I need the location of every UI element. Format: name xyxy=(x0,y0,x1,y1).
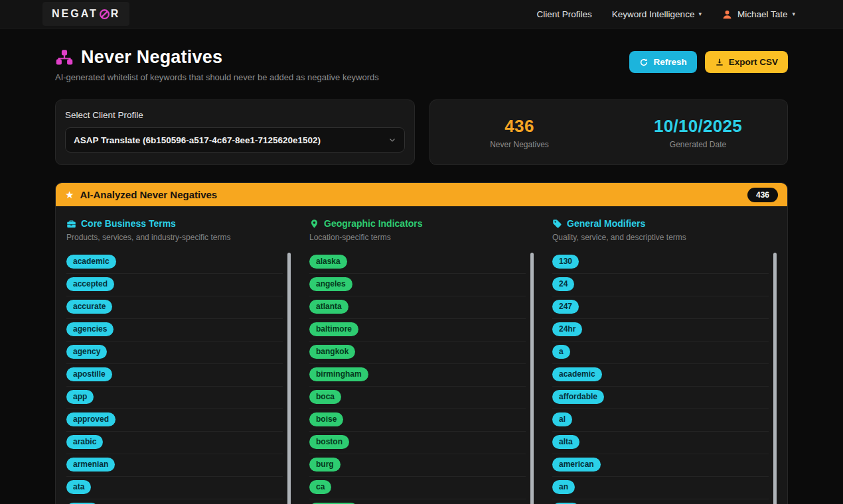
term-row: accepted xyxy=(66,274,283,296)
stat-label: Never Negatives xyxy=(430,140,609,149)
page-subtitle: AI-generated whitelist of keywords that … xyxy=(55,72,379,82)
refresh-icon xyxy=(639,58,649,67)
term-pill: alaska xyxy=(309,255,347,269)
star-icon: ★ xyxy=(65,190,74,200)
stat-never-negatives: 436 Never Negatives xyxy=(430,116,609,149)
term-pill: burg xyxy=(309,458,341,472)
panel-title: AI-Analyzed Never Negatives xyxy=(80,189,217,200)
client-profile-card: Select Client Profile ASAP Translate (6b… xyxy=(55,99,415,165)
term-pill: ca xyxy=(309,480,331,494)
term-pill: boston xyxy=(309,435,349,449)
term-pill: arabic xyxy=(66,435,103,449)
panel-body: Core Business Terms Products, services, … xyxy=(56,206,787,504)
term-row: approved xyxy=(66,409,283,432)
term-row: academic xyxy=(66,251,283,274)
term-row: al xyxy=(552,409,769,432)
term-row: bangkok xyxy=(309,342,526,364)
term-list: 1302424724hraacademicaffordablealaltaame… xyxy=(552,251,769,504)
term-row: apostille xyxy=(66,364,283,387)
page-content: Never Negatives AI-generated whitelist o… xyxy=(55,29,788,504)
nav-item-label: Client Profiles xyxy=(537,9,592,19)
term-pill: agency xyxy=(66,345,107,359)
term-pill: ata xyxy=(66,480,91,494)
stat-generated-date: 10/10/2025 Generated Date xyxy=(609,116,787,149)
column-header: Geographic Indicators xyxy=(309,218,534,229)
term-pill: approved xyxy=(66,412,115,426)
term-pill: 247 xyxy=(552,300,579,314)
user-avatar-icon xyxy=(722,9,733,20)
never-negatives-panel: ★ AI-Analyzed Never Negatives 436 Core B… xyxy=(55,182,788,504)
term-pill: atlanta xyxy=(309,300,348,314)
term-pill: baltimore xyxy=(309,322,358,336)
term-pill: 130 xyxy=(552,255,579,269)
term-row: bank xyxy=(66,499,283,504)
column-title: General Modifiers xyxy=(567,218,645,229)
term-row: and xyxy=(552,499,769,504)
stat-value: 10/10/2025 xyxy=(609,116,787,137)
export-csv-label: Export CSV xyxy=(729,57,778,67)
term-row: 24hr xyxy=(552,319,769,342)
term-row: 24 xyxy=(552,274,769,296)
term-pill: alta xyxy=(552,435,579,449)
term-pill: a xyxy=(552,345,570,359)
brand-logo[interactable]: NEGAT R xyxy=(42,2,129,26)
page-title-block: Never Negatives AI-generated whitelist o… xyxy=(55,47,379,82)
term-row: ata xyxy=(66,477,283,499)
scrollbar-thumb[interactable] xyxy=(530,253,534,504)
term-row: birmingham xyxy=(309,364,526,387)
term-list: alaskaangelesatlantabaltimorebangkokbirm… xyxy=(309,251,526,504)
term-row: alta xyxy=(552,432,769,454)
term-pill: birmingham xyxy=(309,367,368,381)
term-row: an xyxy=(552,477,769,499)
term-pill: bangkok xyxy=(309,345,355,359)
chevron-down-icon xyxy=(388,136,396,144)
page-header: Never Negatives AI-generated whitelist o… xyxy=(55,47,788,82)
term-list-wrap: academicacceptedaccurateagenciesagencyap… xyxy=(66,251,291,504)
term-pill: agencies xyxy=(66,322,114,336)
nav-item-label: Keyword Intelligence xyxy=(612,9,695,19)
nav-item-keyword-intelligence[interactable]: Keyword Intelligence ▾ xyxy=(612,9,702,19)
user-menu[interactable]: Michael Tate ▾ xyxy=(722,9,795,20)
term-pill: american xyxy=(552,458,601,472)
scrollbar-thumb[interactable] xyxy=(287,253,291,504)
term-pill: accepted xyxy=(66,277,114,291)
export-csv-button[interactable]: Export CSV xyxy=(705,51,788,73)
term-row: atlanta xyxy=(309,296,526,319)
term-row: 130 xyxy=(552,251,769,274)
term-row: agency xyxy=(66,342,283,364)
term-pill: accurate xyxy=(66,300,112,314)
count-badge: 436 xyxy=(747,188,778,202)
term-pill: boca xyxy=(309,390,341,404)
term-pill: apostille xyxy=(66,367,112,381)
nav-item-client-profiles[interactable]: Client Profiles xyxy=(537,9,592,19)
scrollbar-thumb[interactable] xyxy=(773,253,777,504)
term-pill: academic xyxy=(66,255,116,269)
stats-card: 436 Never Negatives 10/10/2025 Generated… xyxy=(429,99,788,165)
column-subtitle: Quality, service, and descriptive terms xyxy=(552,233,777,242)
header-actions: Refresh Export CSV xyxy=(629,51,788,73)
client-profile-select[interactable]: ASAP Translate (6b150596-a517-4c67-8ee1-… xyxy=(65,127,405,153)
term-row: ca xyxy=(309,477,526,499)
top-navbar: NEGAT R Client Profiles Keyword Intellig… xyxy=(0,0,843,29)
chevron-down-icon: ▾ xyxy=(792,11,795,17)
summary-row: Select Client Profile ASAP Translate (6b… xyxy=(55,99,788,165)
term-row: alaska xyxy=(309,251,526,274)
term-row: boston xyxy=(309,432,526,454)
download-icon xyxy=(715,58,724,67)
brand-text-pre: NEGAT xyxy=(52,8,98,20)
client-profile-label: Select Client Profile xyxy=(65,110,405,120)
term-row: armenian xyxy=(66,454,283,477)
tag-icon xyxy=(552,219,562,229)
term-row: burg xyxy=(309,454,526,477)
term-pill: angeles xyxy=(309,277,352,291)
term-row: boise xyxy=(309,409,526,432)
column-core-business-terms: Core Business Terms Products, services, … xyxy=(66,218,291,504)
column-subtitle: Location-specific terms xyxy=(309,233,534,242)
column-header: Core Business Terms xyxy=(66,218,291,229)
chevron-down-icon: ▾ xyxy=(698,11,702,17)
brand-text-post: R xyxy=(111,8,121,20)
term-pill: 24 xyxy=(552,277,574,291)
stat-value: 436 xyxy=(430,116,609,137)
refresh-label: Refresh xyxy=(653,57,686,67)
refresh-button[interactable]: Refresh xyxy=(629,51,696,73)
